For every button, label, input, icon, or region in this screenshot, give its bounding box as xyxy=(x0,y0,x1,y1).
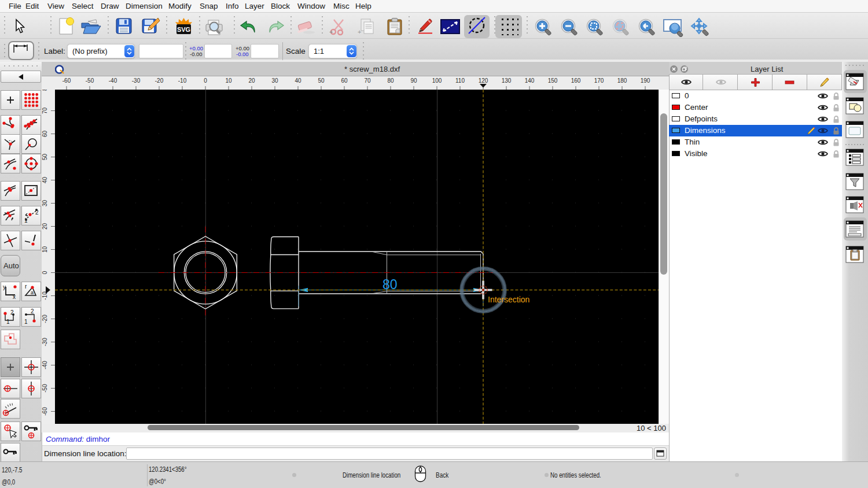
svg-text:60: 60 xyxy=(42,131,48,138)
svg-text:60: 60 xyxy=(341,77,348,84)
svg-text:r: r xyxy=(25,283,27,290)
svg-text:-60: -60 xyxy=(42,407,48,416)
svg-text:70: 70 xyxy=(364,77,371,84)
svg-text:20: 20 xyxy=(42,223,48,230)
svg-text:10: 10 xyxy=(225,77,232,84)
svg-text:-60: -60 xyxy=(62,77,71,84)
svg-text:80: 80 xyxy=(42,90,48,91)
svg-text:170: 170 xyxy=(594,77,604,84)
svg-text:40: 40 xyxy=(295,77,301,84)
svg-text:30: 30 xyxy=(271,77,278,84)
svg-text:0: 0 xyxy=(204,77,207,84)
svg-text:80: 80 xyxy=(387,77,394,84)
svg-text:20: 20 xyxy=(248,77,255,84)
svg-text:-10: -10 xyxy=(178,77,187,84)
svg-text:10: 10 xyxy=(42,246,48,253)
svg-text:50: 50 xyxy=(42,154,48,161)
svg-text:190: 190 xyxy=(641,77,650,84)
svg-text:140: 140 xyxy=(525,77,535,84)
svg-text:-50: -50 xyxy=(42,384,48,393)
svg-text:160: 160 xyxy=(571,77,581,84)
svg-text:180: 180 xyxy=(617,77,627,84)
svg-text:90: 90 xyxy=(410,77,417,84)
svg-text:0: 0 xyxy=(42,271,48,274)
svg-text:110: 110 xyxy=(455,77,465,84)
svg-text:40: 40 xyxy=(42,177,48,184)
svg-text:150: 150 xyxy=(548,77,558,84)
svg-text:-40: -40 xyxy=(42,361,48,369)
svg-text:+: + xyxy=(358,28,361,35)
svg-text:-30: -30 xyxy=(42,338,48,346)
svg-text:-30: -30 xyxy=(132,77,141,84)
svg-text:50: 50 xyxy=(318,77,325,84)
svg-text:1: 1 xyxy=(24,319,28,325)
svg-text:y: y xyxy=(3,284,6,290)
svg-text:70: 70 xyxy=(42,108,48,114)
svg-text:Intersection: Intersection xyxy=(488,295,529,304)
svg-text:+: + xyxy=(329,28,333,35)
svg-text:1: 1 xyxy=(6,319,10,325)
svg-text:-40: -40 xyxy=(109,77,117,84)
svg-text:SVG: SVG xyxy=(177,26,190,33)
svg-text:-20: -20 xyxy=(42,315,48,323)
svg-text:2: 2 xyxy=(31,309,34,315)
svg-text:120: 120 xyxy=(479,77,488,84)
svg-text:130: 130 xyxy=(502,77,512,84)
svg-text:30: 30 xyxy=(42,200,48,207)
svg-text:x: x xyxy=(13,294,16,300)
svg-text:-50: -50 xyxy=(86,77,94,84)
svg-text:a: a xyxy=(31,290,34,295)
svg-text:-20: -20 xyxy=(155,77,164,84)
svg-text:100: 100 xyxy=(432,77,442,84)
